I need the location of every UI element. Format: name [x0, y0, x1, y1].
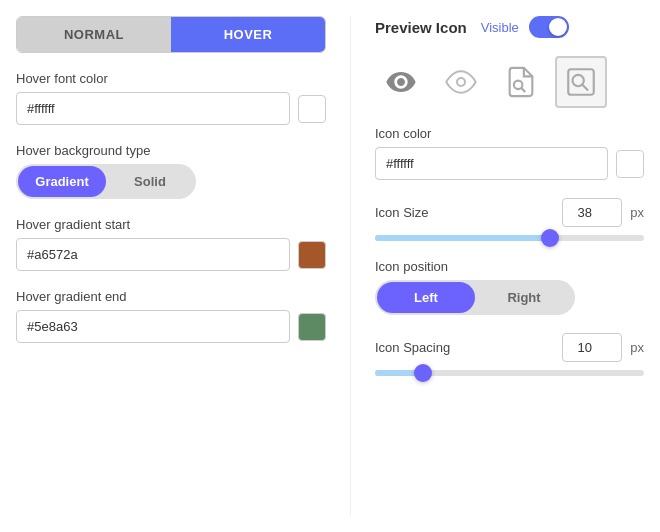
divider — [350, 16, 351, 516]
hover-gradient-end-input[interactable] — [16, 310, 290, 343]
hover-gradient-end-swatch[interactable] — [298, 313, 326, 341]
svg-point-1 — [514, 81, 523, 90]
icon-color-input[interactable] — [375, 147, 608, 180]
hover-font-color-swatch[interactable] — [298, 95, 326, 123]
tab-normal[interactable]: NORMAL — [17, 17, 171, 52]
icon-size-slider-thumb[interactable] — [541, 229, 559, 247]
svg-line-5 — [582, 85, 588, 91]
icon-spacing-input[interactable] — [562, 333, 622, 362]
hover-gradient-end-label: Hover gradient end — [16, 289, 326, 304]
preview-header: Preview Icon Visible — [375, 16, 644, 38]
svg-point-4 — [573, 75, 584, 86]
hover-gradient-start-swatch[interactable] — [298, 241, 326, 269]
hover-gradient-start-input[interactable] — [16, 238, 290, 271]
right-panel: Preview Icon Visible Icon color — [375, 16, 644, 516]
icon-position-group: Icon position Left Right — [375, 259, 644, 315]
tab-group: NORMAL HOVER — [16, 16, 326, 53]
icon-spacing-slider-thumb[interactable] — [414, 364, 432, 382]
icon-size-input[interactable] — [562, 198, 622, 227]
hover-gradient-end-row — [16, 310, 326, 343]
hover-gradient-start-group: Hover gradient start — [16, 217, 326, 271]
icon-size-group: Icon Size px — [375, 198, 644, 241]
toggle-track — [529, 16, 569, 38]
preview-title: Preview Icon — [375, 19, 467, 36]
toggle-thumb — [549, 18, 567, 36]
icon-preview-search-selected[interactable] — [555, 56, 607, 108]
hover-font-color-row — [16, 92, 326, 125]
icon-color-swatch[interactable] — [616, 150, 644, 178]
tab-hover[interactable]: HOVER — [171, 17, 325, 52]
icon-spacing-group: Icon Spacing px — [375, 333, 644, 376]
icon-spacing-slider-track[interactable] — [375, 370, 644, 376]
icon-spacing-label: Icon Spacing — [375, 340, 450, 355]
icon-color-label: Icon color — [375, 126, 644, 141]
hover-font-color-group: Hover font color — [16, 71, 326, 125]
hover-font-color-input[interactable] — [16, 92, 290, 125]
hover-gradient-start-label: Hover gradient start — [16, 217, 326, 232]
icon-position-toggle: Left Right — [375, 280, 575, 315]
icon-preview-doc-search[interactable] — [495, 56, 547, 108]
hover-gradient-end-group: Hover gradient end — [16, 289, 326, 343]
visible-toggle[interactable] — [529, 16, 569, 38]
svg-line-2 — [522, 88, 526, 92]
icon-spacing-unit: px — [630, 340, 644, 355]
icon-size-unit: px — [630, 205, 644, 220]
icon-spacing-row: Icon Spacing px — [375, 333, 644, 362]
bg-type-gradient-btn[interactable]: Gradient — [18, 166, 106, 197]
hover-bg-type-group: Hover background type Gradient Solid — [16, 143, 326, 199]
hover-font-color-label: Hover font color — [16, 71, 326, 86]
icon-preview-eye-filled[interactable] — [375, 56, 427, 108]
icon-size-row: Icon Size px — [375, 198, 644, 227]
icon-preview-eye-outline[interactable] — [435, 56, 487, 108]
pos-left-btn[interactable]: Left — [377, 282, 475, 313]
icon-size-slider-track[interactable] — [375, 235, 644, 241]
pos-right-btn[interactable]: Right — [475, 282, 573, 313]
left-panel: NORMAL HOVER Hover font color Hover back… — [16, 16, 326, 516]
icon-size-label: Icon Size — [375, 205, 428, 220]
icon-preview-row — [375, 56, 644, 108]
bg-type-toggle: Gradient Solid — [16, 164, 196, 199]
bg-type-solid-btn[interactable]: Solid — [106, 166, 194, 197]
svg-point-0 — [457, 78, 465, 86]
hover-gradient-start-row — [16, 238, 326, 271]
hover-bg-type-label: Hover background type — [16, 143, 326, 158]
icon-color-row — [375, 147, 644, 180]
icon-size-slider-fill — [375, 235, 550, 241]
visible-label: Visible — [481, 20, 519, 35]
icon-position-label: Icon position — [375, 259, 644, 274]
icon-color-group: Icon color — [375, 126, 644, 180]
